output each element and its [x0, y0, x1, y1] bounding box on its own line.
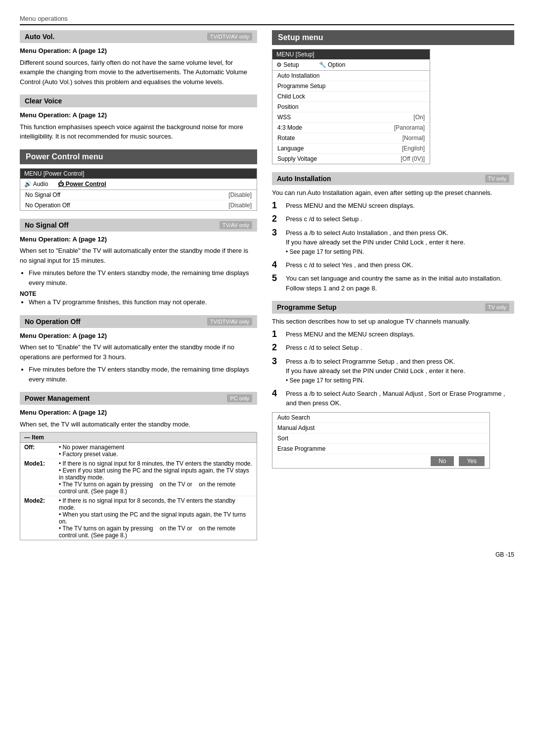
no-signal-off-note1: When a TV programme finishes, this funct…: [29, 297, 257, 307]
no-operation-off-menu-op: Menu Operation: A (page 12): [20, 331, 257, 341]
power-control-row-nosignal: No Signal Off [Disable]: [20, 190, 257, 200]
pm-table-header-label: — Item: [24, 434, 44, 441]
pm-mode2-bullet2: • When you start using the PC and the si…: [59, 511, 253, 525]
power-control-nav-audio: 🔊 Audio: [24, 181, 48, 188]
power-control-menu-box: MENU [Power Control] 🔊 Audio ⏻ Power Con…: [20, 168, 257, 211]
prog-step-2: 2 Press c /d to select Setup .: [272, 343, 514, 353]
clear-voice-title: Clear Voice: [25, 97, 62, 105]
left-column: Auto Vol. TV/DTV/AV only Menu Operation:…: [20, 30, 257, 548]
setup-row-prog-setup-label: Programme Setup: [277, 83, 325, 90]
pm-mode1-bullet2: • Even if you start using the PC and the…: [59, 467, 253, 481]
power-control-row-nooperation-label: No Operation Off: [25, 202, 70, 209]
power-management-table: — Item Off: • No power management • Fact…: [20, 432, 257, 540]
prog-btn-no[interactable]: No: [431, 456, 454, 466]
auto-inst-step-2: 2 Press c /d to select Setup .: [272, 214, 514, 224]
pm-row-mode1-content: • If there is no signal input for 8 minu…: [59, 460, 253, 495]
clear-voice-description: This function emphasises speech voice ag…: [20, 122, 257, 142]
setup-row-rotate-label: Rotate: [277, 135, 295, 142]
setup-row-wss-label: WSS: [277, 114, 291, 121]
setup-nav-option: 🔧 Option: [319, 61, 346, 68]
auto-inst-see-page: See page 17 for setting PIN.: [286, 247, 514, 256]
setup-menu-section: Setup menu MENU [Setup] ⚙ Setup 🔧 Option…: [272, 30, 514, 164]
setup-row-language-label: Language: [277, 145, 304, 152]
pm-mode2-bullet3: • The TV turns on again by pressing on t…: [59, 525, 253, 539]
prog-step-4: 4 Press a /b to select Auto Search , Man…: [272, 389, 514, 408]
auto-inst-step-5: 5 You can set language and country the s…: [272, 274, 514, 293]
prog-btn-yes[interactable]: Yes: [459, 456, 485, 466]
auto-installation-section: Auto Installation TV only You can run Au…: [272, 172, 514, 293]
setup-row-43mode-val: [Panorama]: [394, 124, 425, 131]
no-operation-off-bullets: Five minutes before the TV enters standb…: [29, 365, 257, 384]
power-control-menu-nav: 🔊 Audio ⏻ Power Control: [20, 179, 257, 190]
power-management-title: Power Management: [25, 394, 89, 402]
pm-mode2-bullet1: • If there is no signal input for 8 seco…: [59, 497, 253, 511]
programme-setup-menu-box: Auto Search Manual Adjust Sort Erase Pro…: [272, 412, 490, 469]
setup-menu-header: Setup menu: [272, 30, 514, 45]
setup-nav-setup: ⚙ Setup: [276, 61, 299, 68]
pm-row-mode2: Mode2: • If there is no signal input for…: [20, 496, 257, 540]
setup-menu-row-43mode: 4:3 Mode [Panorama]: [272, 123, 430, 133]
power-control-menu-header: Power Control menu: [20, 149, 257, 164]
power-control-row-nooperation: No Operation Off [Disable]: [20, 200, 257, 210]
setup-row-auto-inst-label: Auto Installation: [277, 72, 319, 79]
pm-mode1-bullet1: • If there is no signal input for 8 minu…: [59, 460, 253, 467]
auto-installation-desc: You can run Auto Installation again, eve…: [272, 188, 514, 198]
clear-voice-section: Clear Voice Menu Operation: A (page 12) …: [20, 94, 257, 142]
setup-menu-box: MENU [Setup] ⚙ Setup 🔧 Option Auto Insta…: [272, 49, 430, 164]
pm-off-bullet1: • No power management: [59, 444, 253, 451]
setup-row-language-val: [English]: [402, 145, 425, 152]
setup-menu-row-position: Position: [272, 102, 430, 112]
clear-voice-header: Clear Voice: [20, 94, 257, 107]
power-control-menu-box-header: MENU [Power Control]: [20, 169, 257, 179]
prog-see-page: See page 17 for setting PIN.: [286, 376, 514, 385]
power-control-row-nooperation-val: [Disable]: [228, 202, 252, 209]
pm-row-mode2-label: Mode2:: [24, 497, 54, 504]
prog-menu-row-sort: Sort: [272, 433, 490, 444]
setup-row-rotate-val: [Normal]: [402, 135, 425, 142]
setup-row-supply-label: Supply Voltage: [277, 155, 317, 162]
no-signal-off-menu-op: Menu Operation: A (page 12): [20, 235, 257, 244]
no-signal-off-bullets: Five minutes before the TV enters standb…: [29, 268, 257, 287]
no-signal-off-note: NOTE When a TV programme finishes, this …: [20, 290, 257, 307]
power-control-nav-power: ⏻ Power Control: [58, 181, 106, 188]
auto-installation-title: Auto Installation: [277, 175, 331, 183]
setup-menu-box-header: MENU [Setup]: [272, 49, 430, 59]
clear-voice-menu-op: Menu Operation: A (page 12): [20, 110, 257, 120]
power-control-row-nosignal-val: [Disable]: [228, 191, 252, 198]
no-operation-off-header: No Operation Off TV/DTV/AV only: [20, 315, 257, 328]
setup-menu-row-child-lock: Child Lock: [272, 92, 430, 102]
no-signal-off-section: No Signal Off TV/AV only Menu Operation:…: [20, 219, 257, 307]
auto-installation-steps: 1 Press MENU and the MENU screen display…: [272, 201, 514, 293]
no-operation-off-badge: TV/DTV/AV only: [207, 318, 252, 326]
power-management-section: Power Management PC only Menu Operation:…: [20, 392, 257, 540]
no-operation-off-bullet1: Five minutes before the TV enters standb…: [29, 365, 257, 384]
auto-inst-step-3: 3 Press a /b to select Auto Installation…: [272, 228, 514, 256]
auto-vol-header: Auto Vol. TV/DTV/AV only: [20, 30, 257, 43]
no-operation-off-title: No Operation Off: [25, 318, 81, 326]
pm-mode1-bullet3: • The TV turns on again by pressing on t…: [59, 481, 253, 495]
no-signal-off-title: No Signal Off: [25, 221, 69, 229]
pm-row-off-label: Off:: [24, 444, 54, 451]
pm-row-off: Off: • No power management • Factory pre…: [20, 443, 257, 459]
power-control-row-nosignal-label: No Signal Off: [25, 191, 60, 198]
no-signal-off-header: No Signal Off TV/AV only: [20, 219, 257, 232]
power-control-menu-header-text: MENU [Power Control]: [24, 170, 84, 177]
pm-row-off-content: • No power management • Factory preset v…: [59, 444, 253, 458]
pm-table-header: — Item: [20, 432, 257, 443]
setup-menu-row-language: Language [English]: [272, 143, 430, 154]
power-management-menu-op: Menu Operation: A (page 12): [20, 408, 257, 418]
programme-setup-section: Programme Setup TV only This section des…: [272, 301, 514, 469]
no-signal-off-desc: When set to "Enable" the TV will automat…: [20, 246, 257, 265]
pm-off-bullet2: • Factory preset value.: [59, 451, 253, 458]
programme-setup-desc: This section describes how to set up ana…: [272, 317, 514, 327]
pm-row-mode1-label: Mode1:: [24, 460, 54, 467]
page-header: Menu operations: [20, 15, 514, 25]
auto-installation-badge: TV only: [485, 175, 509, 183]
auto-vol-description: Different sound sources, fairly often do…: [20, 58, 257, 87]
no-signal-off-note-list: When a TV programme finishes, this funct…: [29, 297, 257, 307]
power-management-header: Power Management PC only: [20, 392, 257, 405]
setup-row-supply-val: [Off (0V)]: [401, 155, 425, 162]
programme-setup-badge: TV only: [485, 303, 509, 311]
setup-row-child-lock-label: Child Lock: [277, 93, 305, 100]
power-control-menu-section: Power Control menu MENU [Power Control] …: [20, 149, 257, 211]
